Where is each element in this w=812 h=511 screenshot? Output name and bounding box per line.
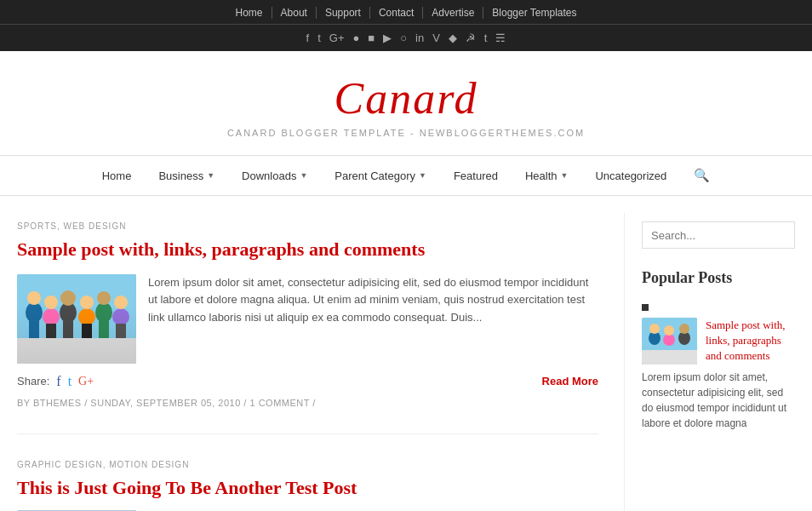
nav-search-button[interactable]: 🔍 <box>680 156 723 195</box>
dribbble-icon[interactable]: ☭ <box>466 32 476 44</box>
nav-item-business: Business ▼ <box>145 158 228 194</box>
content-area: SPORTS, WEB DESIGN Sample post with, lin… <box>0 213 625 511</box>
post-1-title-link[interactable]: Sample post with, links, paragraphs and … <box>17 238 425 260</box>
nav-home[interactable]: Home <box>227 7 272 19</box>
popular-post-1-excerpt: Lorem ipsum dolor sit amet, consectetur … <box>642 370 795 431</box>
chevron-down-icon: ▼ <box>561 171 569 180</box>
svg-rect-24 <box>642 350 697 365</box>
nav-advertise[interactable]: Advertise <box>423 7 483 19</box>
nav-support[interactable]: Support <box>317 7 370 19</box>
post-1-title: Sample post with, links, paragraphs and … <box>17 238 598 262</box>
facebook-share-icon[interactable]: f <box>56 374 60 389</box>
nav-item-search: 🔍 <box>680 156 723 195</box>
popular-post-1-inner: Sample post with, links, paragraphs and … <box>642 318 795 365</box>
chevron-down-icon: ▼ <box>300 171 307 180</box>
rss-icon[interactable]: ☴ <box>495 32 506 44</box>
svg-rect-0 <box>17 274 136 364</box>
svg-point-26 <box>649 324 660 334</box>
svg-rect-7 <box>46 324 56 338</box>
linkedin-icon[interactable]: in <box>415 32 424 44</box>
chevron-down-icon: ▼ <box>207 171 214 180</box>
googleplus-share-icon[interactable]: G+ <box>78 375 94 388</box>
github-icon[interactable]: ◆ <box>449 32 457 44</box>
nav-link-downloads[interactable]: Downloads ▼ <box>228 158 321 194</box>
post-1-image <box>17 274 136 364</box>
popular-post-1-thumbnail <box>642 318 697 365</box>
svg-rect-4 <box>29 321 39 338</box>
share-section: Share: f t G+ <box>17 374 94 389</box>
post-1-excerpt: Lorem ipsum dolor sit amet, consectetur … <box>148 274 598 364</box>
vimeo-icon[interactable]: V <box>432 32 440 44</box>
pinterest-icon[interactable]: ○ <box>400 32 407 44</box>
post-2: GRAPHIC DESIGN, MOTION DESIGN This is Ju… <box>17 460 598 511</box>
nav-item-parent-category: Parent Category ▼ <box>321 158 440 194</box>
post-1-body: Lorem ipsum dolor sit amet, consectetur … <box>17 274 598 364</box>
svg-point-3 <box>27 291 41 305</box>
svg-rect-13 <box>82 324 92 338</box>
main-nav: Home Business ▼ Downloads ▼ Parent Categ… <box>0 155 812 196</box>
box-icon[interactable]: ■ <box>368 32 375 44</box>
svg-point-28 <box>664 325 674 336</box>
post-1-thumbnail <box>17 274 136 364</box>
main-container: SPORTS, WEB DESIGN Sample post with, lin… <box>0 196 812 511</box>
nav-item-downloads: Downloads ▼ <box>228 158 321 194</box>
post-2-title: This is Just Going To Be Another Test Po… <box>17 476 598 501</box>
nav-blogger-templates[interactable]: Blogger Templates <box>483 7 585 19</box>
youtube-icon[interactable]: ▶ <box>383 32 392 44</box>
googleplus-icon[interactable]: G+ <box>329 32 345 44</box>
post-1: SPORTS, WEB DESIGN Sample post with, lin… <box>17 221 598 434</box>
nav-contact[interactable]: Contact <box>370 7 423 19</box>
svg-point-6 <box>44 296 58 309</box>
post-1-share-row: Share: f t G+ Read More <box>17 374 598 389</box>
popular-dot-icon <box>642 304 649 311</box>
search-input[interactable] <box>643 222 795 248</box>
svg-rect-10 <box>63 321 73 338</box>
popular-posts-title: Popular Posts <box>642 269 795 287</box>
svg-point-15 <box>97 291 111 305</box>
nav-item-featured: Featured <box>440 158 512 194</box>
read-more-link-1[interactable]: Read More <box>542 375 598 388</box>
site-subtitle: CANARD BLOGGER TEMPLATE - NEWBLOGGERTHEM… <box>17 128 795 138</box>
tumblr-icon[interactable]: t <box>484 32 488 44</box>
svg-point-17 <box>112 308 129 325</box>
twitter-share-icon[interactable]: t <box>68 374 71 389</box>
svg-point-5 <box>43 308 60 325</box>
social-icons-bar: f t G+ ● ■ ▶ ○ in V ◆ ☭ t ☴ <box>306 25 506 51</box>
popular-post-1-title[interactable]: Sample post with, links, paragraphs and … <box>706 318 795 365</box>
search-box: 🔍 <box>642 221 795 249</box>
svg-point-12 <box>80 296 94 309</box>
top-links: Home About Support Contact Advertise Blo… <box>0 0 812 25</box>
nav-link-business[interactable]: Business ▼ <box>145 158 228 194</box>
top-bar: Home About Support Contact Advertise Blo… <box>0 0 812 51</box>
svg-point-30 <box>679 324 689 334</box>
nav-link-uncategorized[interactable]: Uncategorized <box>581 158 680 194</box>
nav-link-home[interactable]: Home <box>89 158 146 194</box>
svg-point-8 <box>60 302 77 323</box>
post-2-title-link[interactable]: This is Just Going To Be Another Test Po… <box>17 477 357 498</box>
nav-link-health[interactable]: Health ▼ <box>512 158 582 194</box>
nav-item-uncategorized: Uncategorized <box>581 158 680 194</box>
nav-item-home: Home <box>89 158 146 194</box>
nav-link-featured[interactable]: Featured <box>440 158 512 194</box>
svg-rect-19 <box>116 324 126 338</box>
svg-point-2 <box>26 302 43 323</box>
twitter-icon[interactable]: t <box>317 32 321 44</box>
svg-rect-1 <box>17 338 136 364</box>
site-header: Canard CANARD BLOGGER TEMPLATE - NEWBLOG… <box>0 51 812 155</box>
top-nav: Home About Support Contact Advertise Blo… <box>0 0 812 51</box>
popular-post-1: Sample post with, links, paragraphs and … <box>642 301 795 431</box>
svg-point-14 <box>95 302 112 323</box>
nav-link-parent-category[interactable]: Parent Category ▼ <box>321 158 440 194</box>
nav-list: Home Business ▼ Downloads ▼ Parent Categ… <box>0 156 812 195</box>
instagram-icon[interactable]: ● <box>352 32 359 44</box>
facebook-icon[interactable]: f <box>306 32 310 44</box>
nav-item-health: Health ▼ <box>512 158 582 194</box>
sidebar: 🔍 Popular Posts <box>625 213 812 511</box>
popular-post-1-image <box>642 318 697 365</box>
svg-point-11 <box>78 308 95 325</box>
share-label: Share: <box>17 375 49 388</box>
post-2-categories: GRAPHIC DESIGN, MOTION DESIGN <box>17 460 598 469</box>
nav-about[interactable]: About <box>272 7 317 19</box>
post-1-categories: SPORTS, WEB DESIGN <box>17 221 598 231</box>
chevron-down-icon: ▼ <box>419 171 426 180</box>
